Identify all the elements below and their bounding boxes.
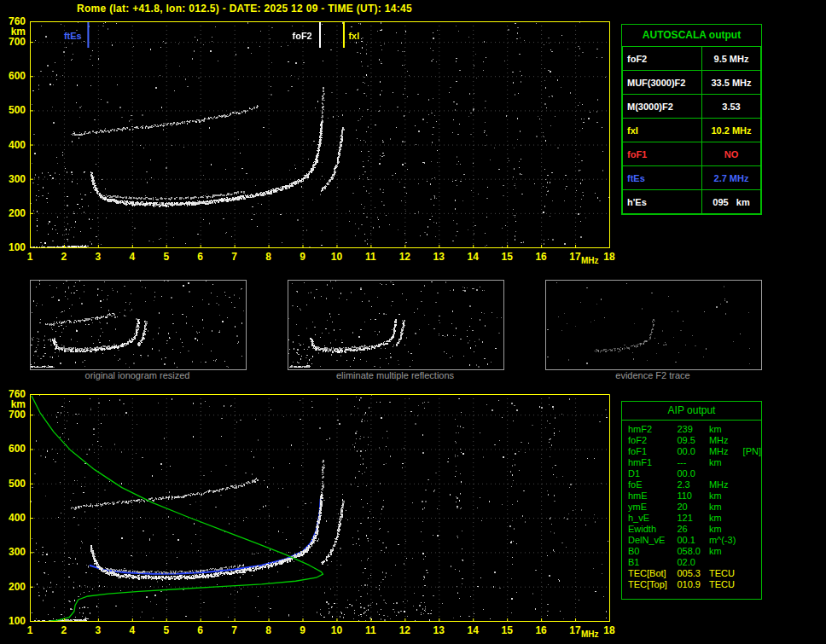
aip-note — [743, 468, 761, 479]
aip-note — [743, 579, 761, 590]
aip-unit: m^(-3) — [709, 535, 743, 546]
x-tick-label: 6 — [192, 625, 209, 635]
aip-param: hmF1 — [628, 457, 677, 468]
aip-note — [743, 524, 761, 535]
x-axis-unit-label: MHz — [581, 256, 607, 266]
x-tick-label: 13 — [430, 252, 447, 262]
x-tick-label: 4 — [124, 252, 141, 262]
aip-row-tecbot: TEC[Bot]005.3TECU — [628, 568, 761, 579]
aip-table: hmF2239kmfoF209.5MHzfoF100.0MHz[PN]hmF1-… — [628, 424, 761, 590]
x-tick-label: 15 — [498, 252, 515, 262]
aip-value: --- — [677, 457, 709, 468]
y-tick-label: 500 — [3, 479, 26, 489]
x-tick-label: 1 — [21, 625, 38, 635]
x-tick-label: 9 — [294, 252, 311, 262]
aip-param: foF1 — [628, 446, 677, 457]
x-tick-label: 6 — [192, 252, 209, 262]
aip-unit — [709, 468, 743, 479]
param-value: 3.53 — [702, 95, 761, 119]
aip-value: 00.0 — [677, 446, 709, 457]
y-tick-label: 400 — [3, 513, 26, 523]
autoscala-output-panel: AUTOSCALA output foF29.5 MHzMUF(3000)F23… — [621, 24, 762, 215]
aip-note — [743, 435, 761, 446]
thumb-evidence-f2 — [545, 280, 762, 370]
x-tick-label: 5 — [158, 252, 175, 262]
autoscala-row-ftes: ftEs2.7 MHz — [623, 166, 761, 190]
aip-value: 00.0 — [677, 468, 709, 479]
param-value: 2.7 MHz — [702, 166, 761, 190]
aip-panel-title: AIP output — [622, 402, 761, 421]
x-tick-label: 1 — [21, 252, 38, 262]
y-tick-label: 700 — [3, 409, 26, 420]
x-tick-label: 7 — [226, 252, 243, 262]
y-tick-label: 200 — [3, 208, 26, 218]
aip-row-hmf1: hmF1---km — [628, 457, 761, 468]
param-value: 9.5 MHz — [702, 47, 761, 71]
x-tick-label: 13 — [430, 625, 447, 635]
x-tick-label: 3 — [90, 625, 107, 635]
aip-param: D1 — [628, 468, 677, 479]
x-tick-label: 14 — [464, 625, 481, 635]
x-tick-label: 8 — [260, 625, 277, 635]
param-label: M(3000)F2 — [623, 95, 702, 119]
aip-row-b0: B0058.0km — [628, 546, 761, 557]
x-tick-label: 9 — [294, 625, 311, 635]
param-label: foF1 — [623, 142, 702, 166]
aip-param: B1 — [628, 557, 677, 568]
x-tick-label: 2 — [55, 252, 73, 262]
autoscala-panel-title: AUTOSCALA output — [622, 25, 761, 46]
autoscala-row-fof2: foF29.5 MHz — [623, 47, 761, 71]
x-tick-label: 14 — [464, 252, 481, 262]
aip-row-delnve: DelN_vE00.1m^(-3) — [628, 535, 761, 546]
aip-row-ewidth: Ewidth26km — [628, 524, 761, 535]
aip-row-foe: foE2.3MHz — [628, 479, 761, 490]
x-tick-label: 12 — [396, 625, 413, 635]
autoscala-window: Rome (lat: +41.8, lon: 012.5) - DATE: 20… — [0, 0, 826, 644]
y-tick-label: 700 — [3, 37, 26, 47]
aip-unit: km — [709, 524, 743, 535]
aip-output-panel: AIP output hmF2239kmfoF209.5MHzfoF100.0M… — [621, 401, 762, 600]
aip-unit: MHz — [709, 479, 743, 490]
aip-param: foE — [628, 479, 677, 490]
param-label: fxI — [623, 119, 702, 142]
aip-value: 110 — [677, 490, 709, 502]
aip-param: hmF2 — [628, 424, 677, 435]
page-title: Rome (lat: +41.8, lon: 012.5) - DATE: 20… — [77, 3, 412, 15]
aip-row-hme: hmE110km — [628, 490, 761, 502]
aip-unit: km — [709, 457, 743, 468]
aip-unit: km — [709, 513, 743, 524]
aip-unit: MHz — [709, 435, 743, 446]
aip-param: hmE — [628, 490, 677, 502]
aip-value: 2.3 — [677, 479, 709, 490]
x-tick-label: 15 — [498, 625, 515, 635]
marker-label-fof2: foF2 — [292, 31, 313, 41]
thumb-eliminate-reflections — [288, 280, 504, 370]
x-axis-unit-label: MHz — [581, 629, 607, 640]
marker-label-fxi: fxI — [347, 31, 360, 41]
y-tick-label: 600 — [3, 71, 26, 81]
aip-note — [743, 502, 761, 513]
aip-unit: TECU — [709, 568, 743, 579]
aip-value: 010.9 — [677, 579, 709, 590]
aip-note — [743, 535, 761, 546]
x-tick-label: 10 — [328, 625, 345, 635]
param-label: h'Es — [623, 190, 702, 214]
y-tick-label: 200 — [3, 582, 26, 592]
aip-row-b1: B102.0 — [628, 557, 761, 568]
aip-value: 09.5 — [677, 435, 709, 446]
top-ionogram-canvas — [30, 21, 610, 248]
bottom-ionogram-canvas — [30, 394, 610, 622]
param-label: MUF(3000)F2 — [623, 71, 702, 95]
y-tick-label: 500 — [3, 105, 26, 115]
thumb-caption-original: original ionogram resized — [30, 370, 245, 380]
param-label: ftEs — [623, 166, 702, 190]
aip-unit: km — [709, 490, 743, 502]
thumb-caption-evidence: evidence F2 trace — [545, 370, 760, 380]
aip-param: TEC[Bot] — [628, 568, 677, 579]
aip-param: Ewidth — [628, 524, 677, 535]
x-tick-label: 12 — [396, 252, 413, 262]
x-tick-label: 11 — [362, 252, 379, 262]
x-tick-label: 7 — [226, 625, 243, 635]
thumb-eliminate-canvas — [288, 281, 502, 368]
autoscala-row-hes: h'Es095 km — [623, 190, 761, 214]
